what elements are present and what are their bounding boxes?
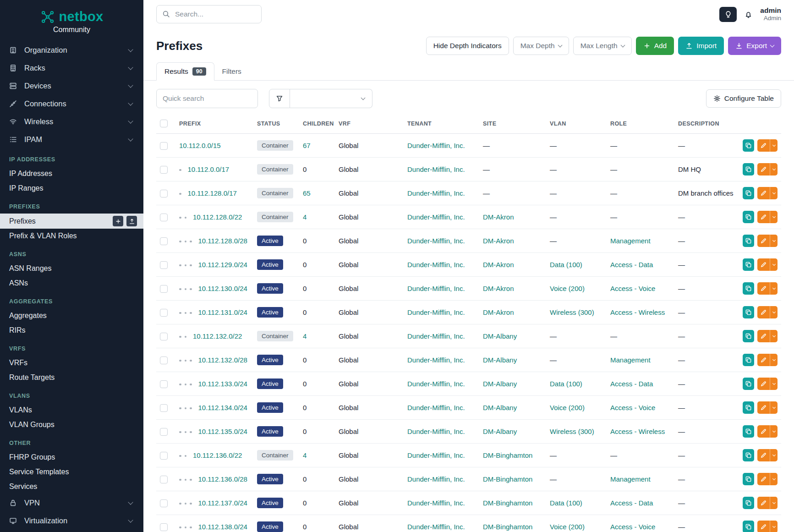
prefix-link[interactable]: 10.112.133.0/24 bbox=[198, 380, 247, 388]
edit-button[interactable] bbox=[757, 163, 770, 176]
role-link[interactable]: Access - Data bbox=[610, 380, 653, 388]
sidebar-item-asns[interactable]: ASNs bbox=[0, 276, 143, 291]
select-all-checkbox[interactable] bbox=[160, 120, 168, 127]
vlan-link[interactable]: Voice (200) bbox=[550, 285, 585, 292]
prefix-link[interactable]: 10.112.128.0/28 bbox=[198, 237, 247, 245]
edit-button[interactable] bbox=[757, 306, 770, 318]
tenant-link[interactable]: Dunder-Mifflin, Inc. bbox=[407, 165, 465, 173]
edit-button[interactable] bbox=[757, 497, 770, 509]
site-link[interactable]: DM-Binghamton bbox=[483, 523, 532, 531]
clone-button[interactable] bbox=[743, 163, 754, 176]
tenant-link[interactable]: Dunder-Mifflin, Inc. bbox=[407, 404, 465, 411]
prefix-link[interactable]: 10.112.132.0/22 bbox=[193, 332, 242, 340]
column-header-children[interactable]: Children bbox=[299, 114, 335, 134]
sidebar-item-ip-ranges[interactable]: IP Ranges bbox=[0, 181, 143, 196]
tenant-link[interactable]: Dunder-Mifflin, Inc. bbox=[407, 380, 465, 388]
sidebar-item-aggregates[interactable]: Aggregates bbox=[0, 308, 143, 323]
max-length-dropdown[interactable]: Max Length bbox=[573, 37, 632, 55]
sidebar-item-ip-addresses[interactable]: IP Addresses bbox=[0, 166, 143, 181]
edit-button[interactable] bbox=[757, 521, 770, 532]
row-checkbox[interactable] bbox=[160, 404, 168, 412]
sidebar-item-virtualization[interactable]: Virtualization bbox=[0, 512, 143, 530]
tab-filters[interactable]: Filters bbox=[214, 63, 249, 80]
sidebar-item-service-templates[interactable]: Service Templates bbox=[0, 465, 143, 479]
edit-button[interactable] bbox=[757, 187, 770, 199]
clone-button[interactable] bbox=[743, 378, 754, 390]
edit-dropdown-caret[interactable] bbox=[770, 235, 778, 247]
quick-add-button[interactable] bbox=[113, 216, 123, 226]
edit-dropdown-caret[interactable] bbox=[770, 163, 778, 176]
tenant-link[interactable]: Dunder-Mifflin, Inc. bbox=[407, 308, 465, 316]
site-link[interactable]: DM-Akron bbox=[483, 285, 514, 292]
site-link[interactable]: DM-Albany bbox=[483, 356, 517, 364]
prefix-link[interactable]: 10.112.138.0/24 bbox=[198, 523, 247, 531]
site-link[interactable]: DM-Akron bbox=[483, 261, 514, 269]
row-checkbox[interactable] bbox=[160, 356, 168, 364]
role-link[interactable]: Management bbox=[610, 237, 651, 245]
clone-button[interactable] bbox=[743, 235, 754, 247]
brand-name[interactable]: netbox bbox=[59, 9, 104, 24]
prefix-link[interactable]: 10.112.137.0/24 bbox=[198, 499, 247, 507]
tenant-link[interactable]: Dunder-Mifflin, Inc. bbox=[407, 356, 465, 364]
sidebar-item-vrfs[interactable]: VRFs bbox=[0, 356, 143, 370]
tenant-link[interactable]: Dunder-Mifflin, Inc. bbox=[407, 261, 465, 269]
row-checkbox[interactable] bbox=[160, 237, 168, 245]
export-button[interactable]: Export bbox=[728, 37, 781, 55]
row-checkbox[interactable] bbox=[160, 452, 168, 460]
clone-button[interactable] bbox=[743, 187, 754, 199]
edit-dropdown-caret[interactable] bbox=[770, 282, 778, 295]
children-count-link[interactable]: 4 bbox=[303, 213, 307, 221]
edit-dropdown-caret[interactable] bbox=[770, 306, 778, 318]
sidebar-item-fhrp-groups[interactable]: FHRP Groups bbox=[0, 450, 143, 465]
tenant-link[interactable]: Dunder-Mifflin, Inc. bbox=[407, 523, 465, 531]
tab-results[interactable]: Results 90 bbox=[156, 62, 214, 81]
prefix-link[interactable]: 10.112.135.0/24 bbox=[198, 428, 247, 435]
tenant-link[interactable]: Dunder-Mifflin, Inc. bbox=[407, 475, 465, 483]
import-button[interactable]: Import bbox=[678, 37, 724, 55]
site-link[interactable]: DM-Binghamton bbox=[483, 499, 532, 507]
theme-toggle-button[interactable] bbox=[719, 7, 737, 22]
sidebar-item-devices[interactable]: Devices bbox=[0, 77, 143, 95]
row-checkbox[interactable] bbox=[160, 499, 168, 507]
bell-icon[interactable] bbox=[745, 11, 752, 18]
edit-dropdown-caret[interactable] bbox=[770, 449, 778, 461]
edit-dropdown-caret[interactable] bbox=[770, 258, 778, 271]
site-link[interactable]: DM-Binghamton bbox=[483, 451, 532, 459]
edit-button[interactable] bbox=[757, 235, 770, 247]
row-checkbox[interactable] bbox=[160, 142, 168, 150]
prefix-link[interactable]: 10.112.131.0/24 bbox=[198, 308, 247, 316]
edit-button[interactable] bbox=[757, 425, 770, 438]
clone-button[interactable] bbox=[743, 211, 754, 223]
row-checkbox[interactable] bbox=[160, 476, 168, 483]
prefix-link[interactable]: 10.112.130.0/24 bbox=[198, 285, 247, 292]
row-checkbox[interactable] bbox=[160, 190, 168, 197]
edit-button[interactable] bbox=[757, 282, 770, 295]
saved-filter-select[interactable] bbox=[290, 89, 372, 108]
quick-search-input[interactable] bbox=[156, 89, 258, 108]
site-link[interactable]: DM-Binghamton bbox=[483, 475, 532, 483]
role-link[interactable]: Access - Wireless bbox=[610, 428, 665, 435]
clone-button[interactable] bbox=[743, 330, 754, 342]
sidebar-item-wireless[interactable]: Wireless bbox=[0, 113, 143, 131]
sidebar-item-vlan-groups[interactable]: VLAN Groups bbox=[0, 417, 143, 432]
vlan-link[interactable]: Data (100) bbox=[550, 380, 582, 388]
filter-button[interactable] bbox=[269, 89, 290, 108]
site-link[interactable]: DM-Albany bbox=[483, 332, 517, 340]
vlan-link[interactable]: Voice (200) bbox=[550, 404, 585, 411]
role-link[interactable]: Access - Voice bbox=[610, 404, 655, 411]
prefix-link[interactable]: 10.112.129.0/24 bbox=[198, 261, 247, 269]
role-link[interactable]: Management bbox=[610, 475, 651, 483]
site-link[interactable]: DM-Albany bbox=[483, 380, 517, 388]
clone-button[interactable] bbox=[743, 449, 754, 461]
clone-button[interactable] bbox=[743, 306, 754, 318]
hide-depth-indicators-button[interactable]: Hide Depth Indicators bbox=[426, 37, 509, 55]
site-link[interactable]: DM-Albany bbox=[483, 404, 517, 411]
tenant-link[interactable]: Dunder-Mifflin, Inc. bbox=[407, 285, 465, 292]
column-header-vrf[interactable]: VRF bbox=[335, 114, 404, 134]
sidebar-item-connections[interactable]: Connections bbox=[0, 95, 143, 113]
role-link[interactable]: Access - Voice bbox=[610, 285, 655, 292]
global-search-input[interactable] bbox=[156, 5, 262, 23]
row-checkbox[interactable] bbox=[160, 523, 168, 531]
children-count-link[interactable]: 4 bbox=[303, 451, 307, 459]
clone-button[interactable] bbox=[743, 354, 754, 366]
